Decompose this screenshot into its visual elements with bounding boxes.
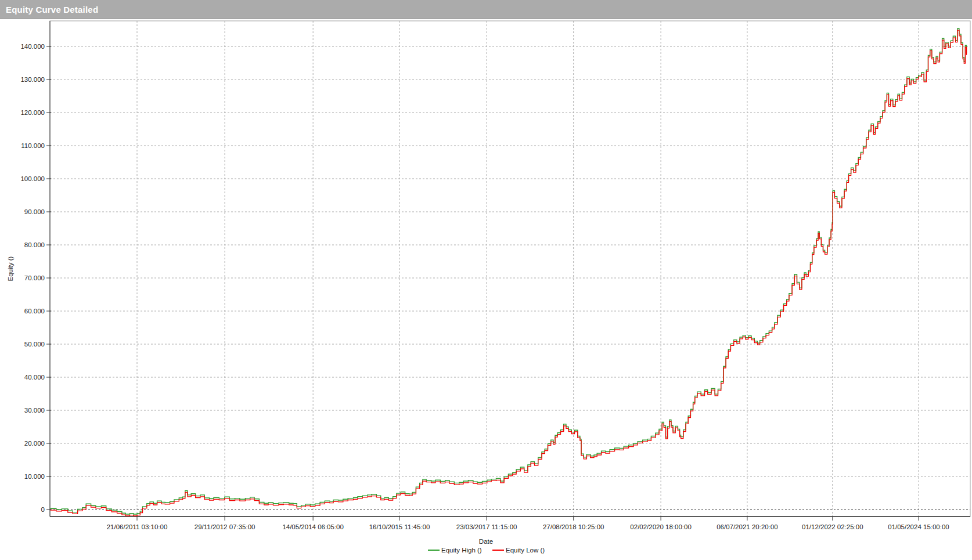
x-tick-label: 21/06/2011 03:10:00 <box>107 523 168 530</box>
legend-equity-high-label: Equity High () <box>441 547 482 554</box>
y-tick-label: 140.000 <box>20 43 45 50</box>
window-title: Equity Curve Detailed <box>0 5 98 15</box>
y-tick-label: 0 <box>41 506 45 513</box>
y-tick-label: 130.000 <box>20 76 45 83</box>
x-tick-label: 01/12/2022 02:25:00 <box>802 523 863 530</box>
x-tick-label: 23/03/2017 11:15:00 <box>456 523 517 530</box>
x-tick-label: 06/07/2021 20:20:00 <box>717 523 778 530</box>
y-tick-label: 60.000 <box>24 308 45 315</box>
y-tick-label: 90.000 <box>24 208 45 215</box>
x-tick-label: 14/05/2014 06:05:00 <box>282 523 344 530</box>
x-tick-label: 01/05/2024 15:00:00 <box>888 523 949 530</box>
x-axis-title: Date <box>479 538 493 545</box>
equity-curve-window: Equity Curve Detailed 010.00020.00030.00… <box>0 0 972 560</box>
y-axis-title: Equity () <box>7 256 14 281</box>
x-tick-label: 27/08/2018 10:25:00 <box>543 523 604 530</box>
y-tick-label: 20.000 <box>24 440 45 447</box>
window-titlebar: Equity Curve Detailed <box>0 0 972 19</box>
y-tick-label: 100.000 <box>20 175 45 182</box>
y-tick-label: 10.000 <box>24 473 45 480</box>
y-tick-label: 120.000 <box>20 109 45 116</box>
y-tick-label: 110.000 <box>21 142 45 149</box>
x-tick-label: 16/10/2015 11:45:00 <box>369 523 430 530</box>
y-tick-label: 50.000 <box>24 341 45 348</box>
x-tick-label: 02/02/2020 18:00:00 <box>630 523 692 530</box>
x-tick-label: 29/11/2012 07:35:00 <box>195 523 255 530</box>
legend-equity-low-label: Equity Low () <box>506 547 545 554</box>
y-tick-label: 40.000 <box>24 374 45 381</box>
y-tick-label: 80.000 <box>24 241 45 248</box>
plot-area <box>50 21 970 516</box>
y-tick-label: 30.000 <box>24 407 45 414</box>
y-tick-label: 70.000 <box>24 274 45 281</box>
equity-curve-chart: 010.00020.00030.00040.00050.00060.00070.… <box>0 0 972 560</box>
